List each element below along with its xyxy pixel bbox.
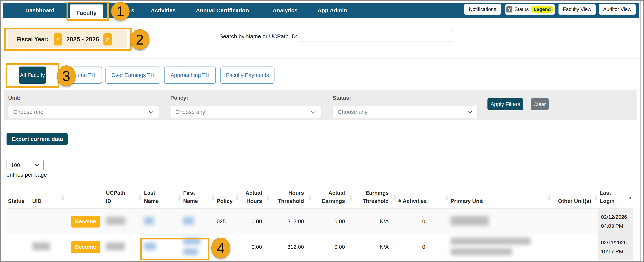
col-other-units[interactable]: Other Unit(s): [552, 184, 598, 209]
tab-all-faculty[interactable]: All Faculty: [19, 66, 46, 84]
redacted-last-name-link[interactable]: [144, 217, 154, 225]
cell-other-units: [552, 209, 598, 234]
redacted-last-name-link[interactable]: [144, 242, 156, 250]
sort-icon[interactable]: [548, 195, 551, 200]
sort-icon[interactable]: [594, 195, 598, 200]
cell-action: Become: [65, 234, 104, 260]
tab-approaching-th-label: Approaching TH: [170, 72, 210, 78]
col-action: [65, 184, 104, 209]
col-ucpath-id[interactable]: UCPath ID: [104, 184, 142, 209]
tab-over-earnings-th[interactable]: Over Earnings TH: [106, 66, 160, 84]
auditor-view-label: Auditor View: [603, 6, 631, 12]
question-icon: ?: [506, 6, 512, 12]
sort-icon[interactable]: [350, 195, 352, 200]
fiscal-year-value: 2025 - 2026: [66, 36, 99, 43]
tab-overtime-th[interactable]: ime TH: [72, 66, 102, 84]
nav-item-annual-certification[interactable]: Annual Certification: [196, 2, 249, 18]
nav-item-faculty-active[interactable]: Faculty: [70, 4, 103, 22]
status-legend-button[interactable]: ? Status Legend: [505, 4, 555, 15]
sort-icon[interactable]: [178, 195, 181, 200]
fiscal-year-next-button[interactable]: >: [104, 33, 112, 46]
nav-item-obscured[interactable]: s: [131, 2, 134, 18]
col-policy[interactable]: Policy: [215, 184, 240, 209]
redacted-first-name-link[interactable]: [183, 238, 200, 244]
tab-all-faculty-label: All Faculty: [20, 72, 45, 78]
sort-icon[interactable]: [393, 195, 396, 200]
cell-uid: [31, 234, 65, 260]
col-hours-threshold[interactable]: Hours Threshold: [270, 184, 312, 209]
fiscal-year-prev-button[interactable]: <: [54, 33, 62, 46]
last-login-time: 04:03 PM: [601, 222, 633, 230]
col-first-name[interactable]: First Name: [182, 184, 215, 209]
fiscal-year-selector: Fiscal Year: < 2025 - 2026 >: [8, 30, 128, 48]
cell-other-units: [552, 234, 598, 260]
fiscal-year-label: Fiscal Year:: [16, 36, 48, 43]
nav-item-dashboard[interactable]: Dashboard: [25, 2, 54, 18]
last-login-date: 02/12/2026: [601, 212, 633, 222]
sort-icon-active-desc[interactable]: [629, 196, 632, 199]
table-header-row: Status UID UCPath ID Last Name First Nam…: [6, 184, 633, 209]
redacted-uid: [32, 242, 50, 250]
cell-action: Become: [65, 209, 104, 234]
cell-actual-hours: 0.00: [240, 234, 270, 260]
faculty-view-button[interactable]: Faculty View: [558, 4, 596, 15]
sort-icon[interactable]: [308, 195, 312, 200]
col-last-name[interactable]: Last Name: [142, 184, 182, 209]
col-num-activities[interactable]: # Activities: [397, 184, 449, 209]
annotation-step-2: 2: [130, 29, 150, 50]
status-filter-select[interactable]: Choose any: [332, 106, 478, 118]
cell-num-activities: 0: [397, 209, 449, 234]
col-status: Status: [6, 184, 31, 209]
sort-icon[interactable]: [139, 195, 142, 200]
app-window: Dashboard Faculty s Activities Annual Ce…: [0, 0, 644, 262]
redacted-ucpath-id: [106, 217, 126, 225]
become-button[interactable]: Become: [70, 241, 100, 253]
sort-icon[interactable]: [236, 195, 239, 200]
cell-last-name: [142, 209, 182, 234]
cell-actual-hours: 0.00: [240, 209, 270, 234]
policy-filter-select[interactable]: Choose any: [170, 106, 321, 118]
nav-item-app-admin[interactable]: App Admin: [318, 2, 347, 18]
page-size-select[interactable]: 100: [6, 160, 44, 170]
tab-approaching-th[interactable]: Approaching TH: [164, 66, 216, 84]
unit-filter-label: Unit:: [8, 95, 20, 101]
col-actual-earnings[interactable]: Actual Earnings: [312, 184, 353, 209]
chevron-down-icon: [312, 109, 316, 114]
apply-filters-button[interactable]: Apply Filters: [488, 98, 523, 110]
redacted-primary-unit: [450, 248, 512, 255]
sort-icon[interactable]: [445, 195, 448, 200]
tab-faculty-payments[interactable]: Faculty Payments: [220, 66, 274, 84]
cell-policy: [215, 234, 240, 260]
redacted-first-name-link[interactable]: [183, 248, 198, 255]
export-current-data-button[interactable]: Export current data: [6, 133, 68, 145]
cell-uid: [31, 209, 65, 234]
cell-earnings-threshold: N/A: [353, 209, 397, 234]
nav-item-activities[interactable]: Activities: [151, 2, 176, 18]
cell-num-activities: 0: [397, 234, 449, 260]
chevron-down-icon: [35, 162, 39, 166]
col-primary-unit[interactable]: Primary Unit: [449, 184, 552, 209]
nav-item-faculty-label: Faculty: [76, 10, 97, 16]
col-actual-hours[interactable]: Actual Hours: [240, 184, 270, 209]
sort-icon[interactable]: [266, 195, 270, 200]
cell-hours-threshold: 312.00: [270, 209, 312, 234]
search-input[interactable]: [300, 30, 452, 42]
notifications-button[interactable]: Notifications: [464, 4, 501, 15]
sort-icon[interactable]: [62, 195, 64, 200]
nav-item-analytics[interactable]: Analytics: [272, 2, 298, 18]
unit-filter-select[interactable]: Choose one: [8, 106, 159, 118]
clear-filters-button[interactable]: Clear: [531, 98, 548, 110]
header-divider: [3, 58, 639, 59]
tab-faculty-payments-label: Faculty Payments: [226, 72, 269, 78]
col-last-login[interactable]: Last Login: [598, 184, 633, 209]
sort-icon[interactable]: [212, 195, 214, 200]
table-row: Become 025 0.00 312.00 0.00 N/A 0 02/12/…: [6, 209, 633, 234]
col-earnings-threshold[interactable]: Earnings Threshold: [353, 184, 397, 209]
col-uid[interactable]: UID: [31, 184, 65, 209]
cell-last-name: [142, 234, 182, 260]
auditor-view-button[interactable]: Auditor View: [599, 4, 636, 15]
become-button[interactable]: Become: [70, 216, 100, 228]
faculty-view-label: Faculty View: [563, 6, 592, 12]
redacted-first-name-link[interactable]: [183, 217, 194, 225]
window-edge: [640, 1, 641, 261]
